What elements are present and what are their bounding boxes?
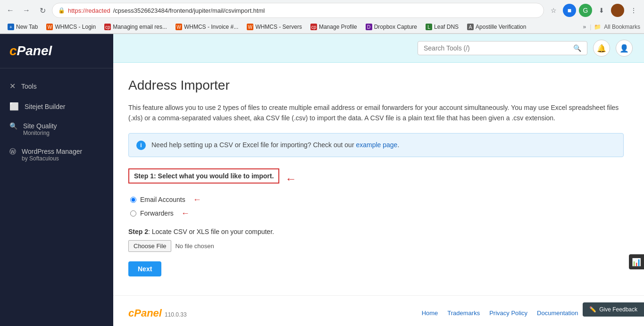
wordpress-icon: Ⓦ: [9, 148, 16, 156]
footer-version: 110.0.33: [165, 311, 187, 318]
bookmark-dropbox[interactable]: D Dropbox Capture: [362, 22, 421, 32]
step2-label: Step 2: Locate CSV or XLS file on your c…: [128, 228, 629, 235]
next-button[interactable]: Next: [128, 261, 161, 276]
info-box: i Need help setting up a CSV or Excel fi…: [128, 133, 624, 157]
managing-email-icon: cp: [104, 24, 111, 30]
security-icon: 🔒: [58, 7, 65, 14]
sidebar-item-label: Tools: [21, 83, 37, 90]
file-input-row: Choose File No file chosen: [128, 240, 629, 252]
menu-button[interactable]: ⋮: [627, 4, 640, 17]
sidebar-item-label-line1: Site Quality: [23, 122, 57, 130]
forwarders-arrow-icon: ←: [181, 209, 190, 218]
browser-toolbar: ← → ↻ 🔒 https://redacted /cpsess35266234…: [0, 0, 644, 21]
main-content: 🔍 🔔 👤 Address Importer This feature allo…: [113, 34, 644, 326]
app-container: cPanel ✕ Tools ⬜ Sitejet Builder 🔍 Site …: [0, 34, 644, 326]
bookmark-label: WHMCS - Servers: [255, 24, 302, 30]
site-quality-text: Site Quality Monitoring: [23, 122, 57, 136]
radio-group: Email Accounts ← Forwarders ←: [130, 195, 629, 218]
url-black-part: /cpsess3526623484/frontend/jupiter/mail/…: [113, 7, 265, 14]
sidebar-item-label-line2: by Softaculous: [22, 155, 82, 162]
footer-link-trademarks[interactable]: Trademarks: [447, 309, 480, 317]
radio-forwarders[interactable]: Forwarders ←: [130, 209, 629, 218]
bookmark-folder-icon[interactable]: 📁: [594, 24, 601, 30]
bookmark-whmcs-servers[interactable]: W WHMCS - Servers: [243, 22, 306, 32]
bookmark-label: Dropbox Capture: [374, 24, 417, 30]
forward-button[interactable]: →: [20, 4, 33, 17]
step1-label: Step 1: Select what you would like to im…: [128, 168, 279, 184]
bookmark-label: Apostille Verification: [476, 24, 526, 30]
radio-forwarders-input[interactable]: [130, 210, 136, 217]
email-accounts-arrow-icon: ←: [193, 195, 201, 205]
whmcs-login-icon: W: [46, 24, 53, 30]
page-description: This feature allows you to use 2 types o…: [128, 102, 624, 124]
bookmark-new-tab[interactable]: + New Tab: [4, 22, 42, 32]
sidebar-item-label-line2: Monitoring: [23, 130, 57, 136]
footer-link-documentation[interactable]: Documentation: [537, 309, 578, 317]
sidebar-item-tools[interactable]: ✕ Tools: [0, 76, 113, 96]
footer-link-privacy[interactable]: Privacy Policy: [489, 309, 527, 317]
all-bookmarks-label[interactable]: All Bookmarks: [604, 24, 640, 30]
apostille-icon: A: [467, 24, 474, 30]
radio-forwarders-label: Forwarders: [140, 209, 174, 217]
search-container[interactable]: 🔍: [418, 41, 587, 55]
sidebar-item-label-line1: WordPress Manager: [22, 148, 82, 155]
sidebar-item-site-quality[interactable]: 🔍 Site Quality Monitoring: [0, 117, 113, 142]
info-text: Need help setting up a CSV or Excel file…: [151, 140, 399, 150]
bookmark-apostille[interactable]: A Apostille Verification: [463, 22, 530, 32]
step2-num: Step 2: [128, 228, 148, 235]
bookmark-managing-email[interactable]: cp Managing email res...: [100, 22, 171, 32]
step2-text: : Locate CSV or XLS file on your compute…: [148, 228, 274, 235]
footer-logo: cPanel 110.0.33: [128, 307, 187, 319]
radio-email-input[interactable]: [130, 197, 136, 203]
choose-file-button[interactable]: Choose File: [128, 240, 171, 252]
search-input[interactable]: [424, 44, 569, 52]
refresh-button[interactable]: ↻: [36, 4, 49, 17]
bookmarks-right: » | 📁 All Bookmarks: [582, 24, 641, 30]
bookmark-star-button[interactable]: ☆: [547, 4, 560, 17]
radio-email-accounts[interactable]: Email Accounts ←: [130, 195, 629, 205]
sidebar-logo: cPanel: [0, 34, 113, 68]
feedback-widget[interactable]: ✏️ Give Feedback: [583, 302, 644, 317]
profile-pic-button[interactable]: [611, 4, 624, 17]
separator: |: [590, 24, 591, 30]
page-content: Address Importer This feature allows you…: [113, 63, 644, 276]
leaf-dns-icon: L: [426, 24, 432, 30]
sidebar-nav: ✕ Tools ⬜ Sitejet Builder 🔍 Site Quality…: [0, 68, 113, 326]
bookmark-manage-profile[interactable]: cp Manage Profile: [307, 22, 361, 32]
footer-panel-text: Panel: [134, 307, 162, 319]
step1-num: Step 1: [134, 172, 154, 180]
extensions-button[interactable]: ■: [563, 4, 576, 17]
bookmark-leaf-dns[interactable]: L Leaf DNS: [422, 22, 462, 32]
bookmark-label: New Tab: [16, 24, 38, 30]
user-profile-button[interactable]: 👤: [616, 40, 633, 57]
step1-text: : Select what you would like to import.: [154, 172, 274, 180]
whmcs-servers-icon: W: [247, 24, 253, 30]
bookmark-label: WHMCS - Invoice #...: [184, 24, 238, 30]
notifications-button[interactable]: 🔔: [593, 40, 610, 57]
page-title: Address Importer: [128, 78, 629, 93]
bookmark-whmcs-login[interactable]: W WHMCS - Login: [42, 22, 100, 32]
manage-profile-icon: cp: [310, 24, 317, 30]
chevron-more-icon[interactable]: »: [583, 24, 586, 30]
sidebar-item-sitejet[interactable]: ⬜ Sitejet Builder: [0, 96, 113, 117]
radio-email-label: Email Accounts: [140, 196, 185, 203]
bookmark-label: Manage Profile: [319, 24, 357, 30]
bookmark-label: Managing email res...: [113, 24, 167, 30]
chart-widget[interactable]: 📊: [629, 254, 644, 269]
dropbox-icon: D: [366, 24, 372, 30]
back-button[interactable]: ←: [4, 4, 17, 17]
sidebar-item-wordpress[interactable]: Ⓦ WordPress Manager by Softaculous: [0, 142, 113, 167]
chart-icon: 📊: [632, 258, 641, 267]
footer-link-home[interactable]: Home: [422, 309, 438, 317]
info-text-content: Need help setting up a CSV or Excel file…: [151, 141, 356, 149]
new-tab-icon: +: [8, 24, 14, 30]
address-bar[interactable]: 🔒 https://redacted /cpsess3526623484/fro…: [52, 3, 544, 18]
step1-section: Step 1: Select what you would like to im…: [128, 168, 629, 218]
profile-button[interactable]: G: [579, 4, 592, 17]
page-footer: cPanel 110.0.33 Home Trademarks Privacy …: [113, 295, 644, 326]
browser-chrome: ← → ↻ 🔒 https://redacted /cpsess35266234…: [0, 0, 644, 34]
bookmark-whmcs-invoice[interactable]: W WHMCS - Invoice #...: [172, 22, 242, 32]
download-button[interactable]: ⬇: [595, 4, 608, 17]
example-page-link[interactable]: example page: [356, 141, 397, 149]
site-quality-icon: 🔍: [9, 122, 17, 130]
